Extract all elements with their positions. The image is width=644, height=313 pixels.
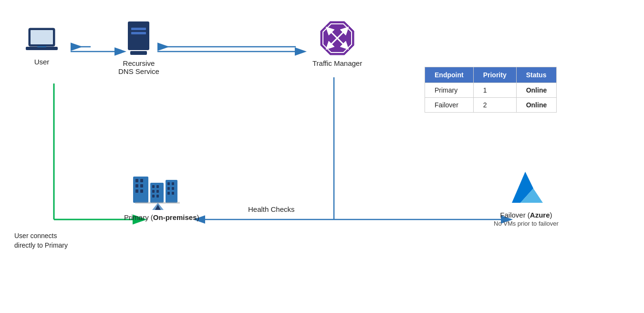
status-primary: Online xyxy=(516,83,557,98)
priority-failover: 2 xyxy=(473,98,516,113)
svg-rect-45 xyxy=(166,180,177,203)
dns-server-icon xyxy=(125,19,152,57)
onprem-icon xyxy=(128,169,195,212)
table-header-status: Status xyxy=(516,67,557,83)
dns-node: Recursive DNS Service xyxy=(118,19,159,75)
traffic-manager-node: Traffic Manager xyxy=(312,19,362,67)
priority-table: Endpoint Priority Status Primary 1 Onlin… xyxy=(425,67,557,113)
azure-logo-icon xyxy=(502,167,550,210)
svg-rect-32 xyxy=(135,184,138,188)
primary-node: Primary (On-premises) xyxy=(124,169,199,221)
svg-rect-18 xyxy=(128,21,149,50)
svg-rect-49 xyxy=(172,187,174,190)
traffic-manager-label: Traffic Manager xyxy=(312,59,362,67)
svg-rect-34 xyxy=(135,189,138,193)
svg-rect-39 xyxy=(156,185,159,188)
svg-rect-33 xyxy=(140,184,143,188)
endpoint-primary: Primary xyxy=(425,83,474,98)
svg-rect-44 xyxy=(151,202,166,204)
svg-rect-19 xyxy=(131,28,146,30)
dns-label: Recursive DNS Service xyxy=(118,59,159,75)
svg-rect-52 xyxy=(166,202,180,204)
svg-rect-48 xyxy=(167,187,170,190)
endpoint-failover: Failover xyxy=(425,98,474,113)
svg-rect-35 xyxy=(140,189,143,193)
svg-rect-50 xyxy=(167,192,170,195)
table-header-endpoint: Endpoint xyxy=(425,67,474,83)
priority-primary: 1 xyxy=(473,83,516,98)
laptop-icon xyxy=(24,26,60,55)
svg-rect-36 xyxy=(135,202,151,204)
svg-rect-46 xyxy=(167,182,170,185)
svg-rect-43 xyxy=(156,195,159,198)
table-header-priority: Priority xyxy=(473,67,516,83)
svg-rect-20 xyxy=(131,32,146,34)
status-failover: Online xyxy=(516,98,557,113)
failover-label: Failover (Azure) No VMs prior to failove… xyxy=(494,211,559,227)
svg-rect-47 xyxy=(172,182,174,185)
svg-rect-42 xyxy=(152,195,155,198)
failover-label-bold: Azure xyxy=(530,211,550,219)
svg-rect-40 xyxy=(152,190,155,193)
user-node: User xyxy=(24,26,60,66)
primary-label: Primary (On-premises) xyxy=(124,213,199,221)
svg-rect-51 xyxy=(172,192,174,195)
svg-rect-15 xyxy=(31,30,53,44)
svg-rect-16 xyxy=(26,47,58,50)
diagram-container: { "title": "Azure Traffic Manager Priori… xyxy=(0,0,644,313)
svg-rect-30 xyxy=(135,179,138,182)
table-row-primary: Primary 1 Online xyxy=(425,83,557,98)
svg-rect-21 xyxy=(130,51,147,55)
table-row-failover: Failover 2 Online xyxy=(425,98,557,113)
traffic-manager-icon xyxy=(318,19,356,57)
user-label: User xyxy=(34,58,50,66)
svg-rect-38 xyxy=(152,185,155,188)
failover-node: Failover (Azure) No VMs prior to failove… xyxy=(494,167,559,227)
user-connects-label: User connectsdirectly to Primary xyxy=(14,231,68,250)
svg-rect-17 xyxy=(37,46,46,47)
health-checks-label: Health Checks xyxy=(248,205,295,213)
primary-label-bold: On-premises xyxy=(153,213,197,221)
failover-sublabel: No VMs prior to failover xyxy=(494,220,559,227)
svg-rect-41 xyxy=(156,190,159,193)
svg-rect-31 xyxy=(140,179,143,182)
